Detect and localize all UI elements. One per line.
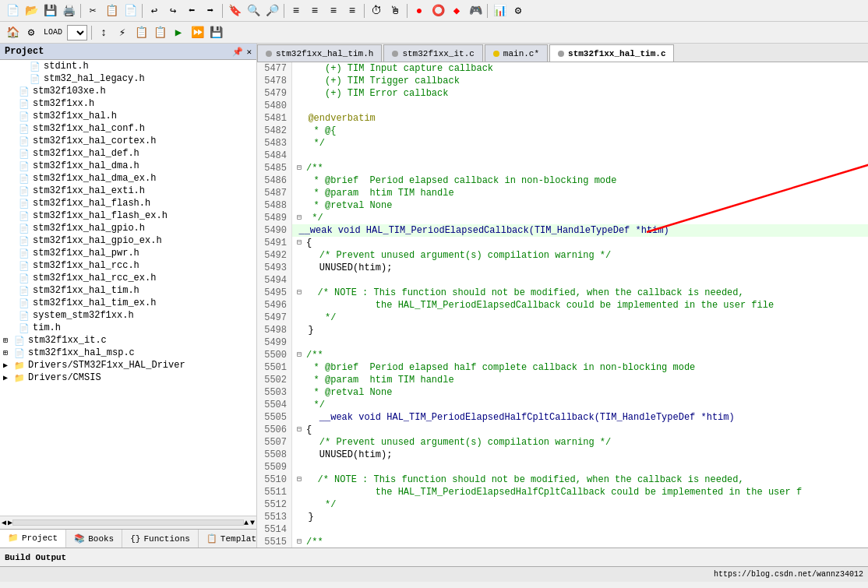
tree-item-system[interactable]: 📄 system_stm32f1xx.h: [0, 309, 256, 322]
pin-icon[interactable]: 📌: [232, 47, 243, 57]
tab-tim-c[interactable]: stm32f1xx_hal_tim.c: [549, 44, 674, 62]
tree-item-gpio-ex[interactable]: 📄 stm32f1xx_hal_gpio_ex.h: [0, 234, 256, 247]
collapse-icon[interactable]: ⊟: [297, 287, 306, 299]
tree-item-drivers-hal[interactable]: ▶ 📁 Drivers/STM32F1xx_HAL_Driver: [0, 359, 256, 371]
expander-drv[interactable]: ▶: [3, 361, 14, 370]
tree-item-tim[interactable]: 📄 stm32f1xx_hal_tim.h: [0, 284, 256, 297]
paste-btn[interactable]: 📄: [122, 2, 139, 19]
code-line-5478: (+) TIM Trigger callback: [292, 75, 868, 87]
code-line-5480: [292, 100, 868, 112]
target-btn[interactable]: 🖱: [386, 2, 404, 19]
tab-it-c[interactable]: stm32f1xx_it.c: [383, 44, 482, 62]
list4-btn[interactable]: ≡: [344, 2, 361, 19]
tree-item-exti[interactable]: 📄 stm32f1xx_hal_exti.h: [0, 185, 256, 197]
list1-btn[interactable]: ≡: [288, 2, 305, 19]
tree-item-flash-ex[interactable]: 📄 stm32f1xx_hal_flash_ex.h: [0, 209, 256, 222]
sep5: [364, 4, 365, 18]
code-line-5500: ⊟ /**: [292, 349, 868, 361]
tree-item-cmsis[interactable]: ▶ 📁 Drivers/CMSIS: [0, 371, 256, 384]
tab-templates[interactable]: 📋 Templates: [199, 530, 257, 548]
tree-item-tim-ex[interactable]: 📄 stm32f1xx_hal_tim_ex.h: [0, 297, 256, 309]
code-line-5505: __weak void HAL_TIM_PeriodElapsedHalfCpl…: [292, 411, 868, 424]
tree-item-gpio[interactable]: 📄 stm32f1xx_hal_gpio.h: [0, 222, 256, 234]
debug3-btn[interactable]: ◆: [448, 2, 465, 19]
tree-item-dma[interactable]: 📄 stm32f1xx_hal_dma.h: [0, 160, 256, 172]
list3-btn[interactable]: ≡: [325, 2, 342, 19]
debug4-btn[interactable]: 🎮: [467, 2, 484, 19]
tree-item-hal-conf[interactable]: 📄 stm32f1xx_hal_conf.h: [0, 122, 256, 135]
bookmark-btn[interactable]: 🔖: [226, 2, 243, 19]
new-file-btn[interactable]: 📄: [4, 2, 21, 19]
tree-item-it[interactable]: ⊞ 📄 stm32f1xx_it.c: [0, 334, 256, 347]
settings-btn[interactable]: ⚙: [510, 2, 527, 19]
collapse-icon[interactable]: ⊟: [297, 536, 306, 548]
find-btn[interactable]: 🔍: [245, 2, 262, 19]
save2-btn[interactable]: 💾: [207, 24, 224, 41]
debug1-btn[interactable]: ●: [411, 2, 428, 19]
sidebar-hscroll[interactable]: [12, 519, 244, 526]
line-num-5484: 5484: [262, 150, 287, 162]
expander-it[interactable]: ⊞: [3, 336, 14, 345]
back-btn[interactable]: ⬅: [183, 2, 200, 19]
debug2-btn[interactable]: ⭕: [429, 2, 446, 19]
expander-cmsis[interactable]: ▶: [3, 373, 14, 382]
tree-item-f103[interactable]: 📄 stm32f103xe.h: [0, 85, 256, 97]
copy-btn[interactable]: 📋: [103, 2, 120, 19]
collapse-icon[interactable]: ⊟: [297, 424, 306, 436]
tree-item-dma-ex[interactable]: 📄 stm32f1xx_hal_dma_ex.h: [0, 172, 256, 185]
code-container[interactable]: 5477547854795480548154825483548454855486…: [257, 62, 868, 548]
flash-btn[interactable]: ⚡: [114, 24, 131, 41]
collapse-icon[interactable]: ⊟: [297, 162, 306, 174]
gear-btn2[interactable]: ⚙: [23, 24, 40, 41]
list2-btn[interactable]: ≡: [306, 2, 323, 19]
tree-item-f1xx[interactable]: 📄 stm32f1xx.h: [0, 97, 256, 110]
tab-main-c[interactable]: main.c*: [485, 44, 548, 62]
open-btn[interactable]: 📂: [23, 2, 40, 19]
find2-btn[interactable]: 🔎: [263, 2, 281, 19]
tab-project[interactable]: 📁 Project: [0, 530, 66, 548]
print-btn[interactable]: 🖨️: [60, 2, 77, 19]
tree-item-rcc-ex[interactable]: 📄 stm32f1xx_hal_rcc_ex.h: [0, 272, 256, 284]
collapse-icon[interactable]: ⊟: [297, 349, 306, 361]
tree-item-legacy[interactable]: 📄 stm32_hal_legacy.h: [0, 72, 256, 85]
tree-item-msp[interactable]: ⊞ 📄 stm32f1xx_hal_msp.c: [0, 347, 256, 359]
tree-item-stdint[interactable]: 📄 stdint.h: [0, 60, 256, 72]
tree-item-hal[interactable]: 📄 stm32f1xx_hal.h: [0, 110, 256, 122]
sidebar-tree[interactable]: 📄 stdint.h 📄 stm32_hal_legacy.h 📄 stm32f…: [0, 60, 256, 516]
copy3-btn[interactable]: 📋: [151, 24, 168, 41]
undo-btn[interactable]: ↩: [146, 2, 163, 19]
tab-functions[interactable]: {} Functions: [122, 530, 199, 548]
copy2-btn[interactable]: 📋: [132, 24, 150, 41]
tab-tim-h[interactable]: stm32f1xx_hal_tim.h: [257, 44, 382, 62]
code-text: }: [308, 324, 313, 336]
line-num-5499: 5499: [262, 336, 287, 349]
collapse-icon[interactable]: ⊟: [297, 237, 306, 249]
project-dropdown[interactable]: 4_Timer: [67, 25, 87, 40]
collapse-icon[interactable]: ⊟: [297, 474, 306, 486]
close-icon[interactable]: ✕: [246, 47, 252, 57]
tree-item-cortex[interactable]: 📄 stm32f1xx_hal_cortex.h: [0, 135, 256, 147]
scroll-up-btn[interactable]: ▲: [244, 519, 249, 527]
home-btn2[interactable]: 🏠: [4, 24, 21, 41]
cut-btn[interactable]: ✂: [84, 2, 101, 19]
load-btn[interactable]: LOAD: [41, 24, 65, 41]
scroll-left-btn[interactable]: ◀: [2, 518, 6, 527]
tab-books[interactable]: 📚 Books: [66, 530, 122, 548]
tree-item-pwr[interactable]: 📄 stm32f1xx_hal_pwr.h: [0, 247, 256, 259]
chart-btn[interactable]: 📊: [491, 2, 508, 19]
step-btn[interactable]: ⏩: [189, 24, 206, 41]
forward-btn[interactable]: ➡: [202, 2, 219, 19]
tree-item-timh[interactable]: 📄 tim.h: [0, 322, 256, 334]
collapse-icon[interactable]: ⊟: [297, 212, 306, 224]
arrow-btn[interactable]: ↕: [95, 24, 112, 41]
tree-item-def[interactable]: 📄 stm32f1xx_hal_def.h: [0, 147, 256, 160]
play-btn[interactable]: ▶: [170, 24, 187, 41]
timer-btn[interactable]: ⏱: [368, 2, 385, 19]
filename: system_stm32f1xx.h: [33, 310, 134, 321]
scroll-down-btn[interactable]: ▼: [250, 519, 255, 527]
tree-item-rcc[interactable]: 📄 stm32f1xx_hal_rcc.h: [0, 259, 256, 272]
tree-item-flash[interactable]: 📄 stm32f1xx_hal_flash.h: [0, 197, 256, 209]
save-btn[interactable]: 💾: [41, 2, 58, 19]
expander-msp[interactable]: ⊞: [3, 348, 14, 357]
redo-btn[interactable]: ↪: [164, 2, 182, 19]
